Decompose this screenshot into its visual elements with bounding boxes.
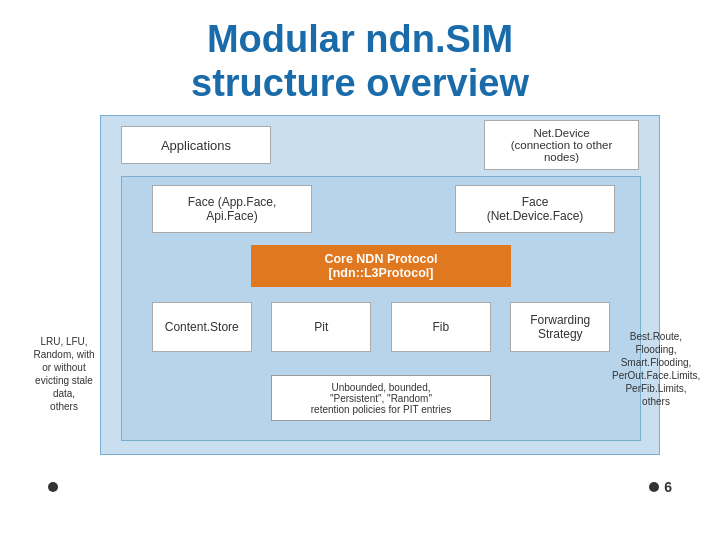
bullet-left [48, 482, 58, 492]
main-diagram: Applications Net.Device (connection to o… [20, 115, 700, 475]
left-annotation: LRU, LFU, Random, with or without evicti… [20, 335, 108, 413]
face-app-box: Face (App.Face, Api.Face) [152, 185, 312, 233]
netdevice-box: Net.Device (connection to other nodes) [484, 120, 639, 170]
right-annotation: Best.Route, Flooding, Smart.Flooding, Pe… [612, 330, 700, 408]
fib-box: Fib [391, 302, 491, 352]
inner-container: Face (App.Face, Api.Face) Face (Net.Devi… [121, 176, 641, 441]
page-title: Modular ndn.SIM structure overview [0, 0, 720, 115]
components-row: Content.Store Pit Fib Forwarding Strateg… [122, 302, 640, 352]
outer-container: Applications Net.Device (connection to o… [100, 115, 660, 455]
content-store-box: Content.Store [152, 302, 252, 352]
footer-row: 6 [18, 477, 702, 497]
pit-box: Pit [271, 302, 371, 352]
diagram-area: Applications Net.Device (connection to o… [18, 115, 702, 497]
bullet-right [649, 482, 659, 492]
page-number: 6 [664, 479, 672, 495]
pit-note-box: Unbounded, bounded, "Persistent", "Rando… [271, 375, 491, 421]
forwarding-strategy-box: Forwarding Strategy [510, 302, 610, 352]
page-number-area: 6 [649, 479, 672, 495]
core-ndnprotocol-box: Core NDN Protocol [ndn::L3Protocol] [251, 245, 511, 287]
applications-box: Applications [121, 126, 271, 164]
face-net-box: Face (Net.Device.Face) [455, 185, 615, 233]
